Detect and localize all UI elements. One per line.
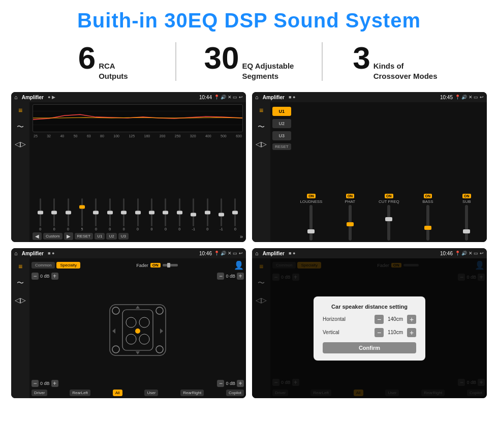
rl-value: 0 dB bbox=[40, 381, 50, 386]
next-button[interactable]: ▶ bbox=[64, 232, 73, 240]
phat-on: ON bbox=[346, 194, 355, 198]
slider-320: -1 bbox=[186, 198, 200, 231]
top-controls: − 0 dB + − 0 dB + bbox=[32, 272, 244, 281]
crossover-number: 3 bbox=[353, 42, 370, 74]
u1-select[interactable]: U1 bbox=[272, 107, 291, 116]
xo-loudness: ON LOUDNESS bbox=[293, 194, 329, 241]
car-svg bbox=[105, 300, 171, 361]
rr-plus[interactable]: + bbox=[237, 380, 244, 387]
bottom-controls: − 0 dB + − 0 dB + bbox=[32, 379, 244, 388]
bass-slider[interactable] bbox=[426, 205, 429, 241]
svg-point-13 bbox=[156, 346, 163, 353]
wave-icon-2[interactable]: 〜 bbox=[258, 123, 265, 132]
slider-80: 0 bbox=[103, 198, 116, 231]
eq-icon[interactable]: ≡ bbox=[18, 106, 22, 114]
time-4: 10:46 bbox=[440, 251, 453, 256]
svg-point-12 bbox=[112, 346, 119, 353]
cutfreq-slider[interactable] bbox=[387, 205, 390, 241]
u2-button-1[interactable]: U2 bbox=[106, 233, 116, 240]
eq-area: 253240506380100125160200250320400500630 … bbox=[29, 102, 246, 242]
horizontal-plus[interactable]: + bbox=[407, 315, 416, 324]
svg-marker-15 bbox=[136, 351, 140, 354]
u2-select[interactable]: U2 bbox=[272, 119, 291, 128]
driver-btn[interactable]: Driver bbox=[32, 390, 47, 396]
screen-crossover: ⌂ Amplifier ■ ● 10:45 📍 🔊 ✕ ▭ ↩ ≡ 〜 ◁▷ U… bbox=[252, 92, 487, 242]
app-name-2: Amplifier bbox=[263, 95, 285, 100]
eq-text: EQ AdjustableSegments bbox=[242, 61, 294, 81]
wave-icon-3[interactable]: 〜 bbox=[17, 279, 24, 288]
slider-25: 0 bbox=[34, 198, 47, 231]
svg-point-9 bbox=[135, 328, 140, 334]
slider-63: 0 bbox=[89, 198, 103, 231]
vertical-minus[interactable]: − bbox=[375, 328, 384, 337]
horizontal-label: Horizontal bbox=[323, 316, 346, 322]
eq-bottom-bar: ◀ Custom ▶ RESET U1 U2 U3 » bbox=[33, 231, 243, 240]
rca-text: RCAOutputs bbox=[99, 61, 128, 81]
u1-button-1[interactable]: U1 bbox=[95, 233, 105, 240]
speaker-icon[interactable]: ◁▷ bbox=[15, 140, 26, 148]
rl-minus[interactable]: − bbox=[32, 380, 39, 387]
crossover-sliders: ON LOUDNESS ON PHAT ON bbox=[293, 104, 485, 241]
fader-area: Common Specialty Fader ON 👤 − bbox=[29, 258, 246, 398]
wave-icon[interactable]: 〜 bbox=[17, 123, 24, 132]
loudness-slider[interactable] bbox=[309, 205, 313, 241]
fader-on-badge: ON bbox=[150, 263, 161, 267]
all-btn[interactable]: All bbox=[113, 390, 122, 396]
sidebar-2: ≡ 〜 ◁▷ bbox=[252, 102, 270, 242]
cutfreq-on: ON bbox=[385, 194, 393, 198]
common-tab[interactable]: Common bbox=[32, 262, 55, 268]
speaker-icon-2[interactable]: ◁▷ bbox=[256, 140, 267, 148]
reset-xo[interactable]: RESET bbox=[272, 143, 291, 150]
fl-minus[interactable]: − bbox=[32, 273, 39, 280]
prev-button[interactable]: ◀ bbox=[33, 232, 42, 240]
vertical-value: 110cm bbox=[386, 330, 405, 335]
sidebar-3: ≡ 〜 ◁▷ bbox=[11, 258, 29, 398]
page-title: Buith-in 30EQ DSP Sound System bbox=[0, 0, 498, 37]
sub-slider[interactable] bbox=[465, 205, 468, 241]
speaker-icon-3[interactable]: ◁▷ bbox=[15, 296, 26, 304]
rl-control: − 0 dB + bbox=[32, 380, 58, 387]
crossover-area: U1 U2 U3 RESET ON LOUDNESS bbox=[270, 102, 487, 242]
user-btn[interactable]: User bbox=[144, 390, 158, 396]
custom-button[interactable]: Custom bbox=[43, 233, 63, 240]
confirm-button[interactable]: Confirm bbox=[323, 342, 416, 353]
fader-control: Fader ON bbox=[136, 263, 178, 268]
bass-label: BASS bbox=[422, 199, 433, 204]
status-icons-1: 📍 🔊 ✕ ▭ ↩ bbox=[214, 95, 243, 100]
rl-plus[interactable]: + bbox=[51, 380, 58, 387]
specialty-tab[interactable]: Specialty bbox=[56, 262, 80, 268]
eq-number: 30 bbox=[204, 42, 239, 74]
fader-label: Fader bbox=[136, 263, 148, 268]
u3-select[interactable]: U3 bbox=[272, 131, 291, 140]
screen-content-1: ≡ 〜 ◁▷ bbox=[11, 102, 246, 242]
horizontal-row: Horizontal − 140cm + bbox=[323, 315, 416, 324]
home-icon-3: ⌂ bbox=[14, 250, 18, 256]
rr-minus[interactable]: − bbox=[217, 380, 224, 387]
reset-button-1[interactable]: RESET bbox=[75, 233, 94, 240]
vertical-plus[interactable]: + bbox=[407, 328, 416, 337]
slider-100: 0 bbox=[117, 198, 130, 231]
fr-minus[interactable]: − bbox=[217, 273, 224, 280]
svg-marker-14 bbox=[136, 306, 140, 309]
eq-icon-3[interactable]: ≡ bbox=[18, 262, 22, 271]
horizontal-minus[interactable]: − bbox=[375, 315, 384, 324]
screen-content-2: ≡ 〜 ◁▷ U1 U2 U3 RESET ON LO bbox=[252, 102, 487, 242]
fr-plus[interactable]: + bbox=[237, 273, 244, 280]
status-bar-2: ⌂ Amplifier ■ ● 10:45 📍 🔊 ✕ ▭ ↩ bbox=[252, 92, 487, 102]
feature-rca: 6 RCAOutputs bbox=[30, 42, 175, 81]
phat-slider[interactable] bbox=[349, 205, 352, 241]
u3-button-1[interactable]: U3 bbox=[118, 233, 129, 240]
fl-plus[interactable]: + bbox=[51, 273, 58, 280]
copilot-btn[interactable]: Copilot bbox=[226, 390, 244, 396]
slider-200: 0 bbox=[159, 198, 172, 231]
time-2: 10:45 bbox=[440, 95, 453, 100]
rr-value: 0 dB bbox=[226, 381, 235, 386]
rearright-btn[interactable]: RearRight bbox=[180, 390, 204, 396]
screen-dialog: ⌂ Amplifier ■ ● 10:46 📍 🔊 ✕ ▭ ↩ ≡ 〜 ◁▷ C… bbox=[252, 248, 487, 398]
eq-icon-2[interactable]: ≡ bbox=[259, 106, 263, 114]
app-name-4: Amplifier bbox=[263, 251, 285, 256]
rearleft-btn[interactable]: RearLeft bbox=[70, 390, 90, 396]
xo-phat: ON PHAT bbox=[332, 194, 368, 241]
features-row: 6 RCAOutputs 30 EQ AdjustableSegments 3 … bbox=[0, 37, 498, 88]
fr-value: 0 dB bbox=[226, 274, 235, 279]
